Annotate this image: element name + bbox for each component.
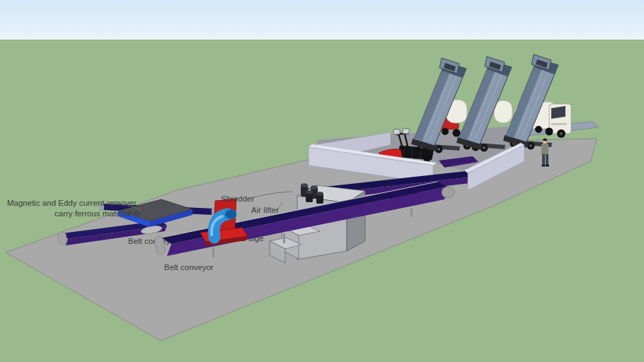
wheel: [453, 129, 461, 137]
magnetic-remover-label-line2: carry ferrous material to: [54, 209, 140, 218]
magnetic-remover-label-line1: Magnetic and Eddy current remover: [7, 199, 137, 207]
screenshot-root: Belt conveyor to dige Belt conveyor: [0, 0, 644, 362]
tanker-windshield: [551, 106, 565, 119]
leg: [354, 219, 356, 228]
rotor-top: [311, 185, 318, 189]
elbow-mouth: [225, 210, 236, 219]
wheel-hub: [560, 132, 563, 135]
mast-lamp: [403, 129, 409, 134]
leg: [283, 233, 285, 243]
mast-lamp: [393, 129, 400, 134]
wheel: [546, 128, 553, 136]
shoe: [542, 165, 546, 167]
sky: [0, 0, 644, 40]
torso: [541, 144, 548, 155]
wheel: [442, 128, 449, 135]
leg: [542, 154, 545, 165]
leg: [410, 208, 413, 216]
rotor-top: [306, 190, 313, 194]
right-end-cap: [442, 187, 454, 198]
rotor-top: [301, 183, 308, 187]
rotor-top: [316, 192, 323, 196]
shredder-label: Shredder: [221, 194, 254, 203]
belt-conveyor-main-label: Belt conveyor: [164, 263, 214, 272]
leg: [546, 154, 548, 165]
tanker-grill: [551, 123, 567, 125]
leg: [212, 247, 214, 257]
model-viewport[interactable]: Belt conveyor to dige Belt conveyor: [0, 0, 644, 362]
wheel: [535, 126, 542, 133]
shoe: [546, 165, 549, 167]
air-lifter-label: Air lifter: [251, 206, 279, 214]
